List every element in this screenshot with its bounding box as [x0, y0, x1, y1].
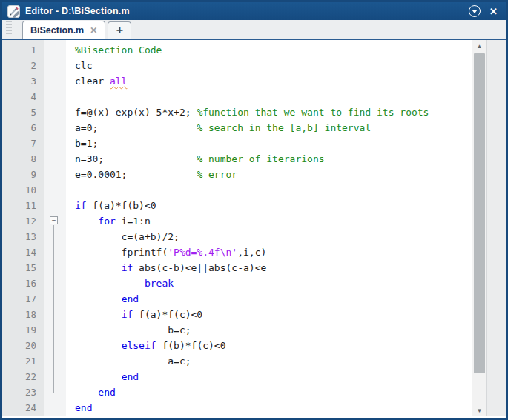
- code-line[interactable]: n=30; % number of iterarions: [75, 151, 472, 167]
- code-line[interactable]: b=c;: [75, 322, 472, 338]
- fold-collapse-button[interactable]: −: [50, 216, 58, 224]
- line-number: 12: [2, 213, 36, 229]
- line-number: 23: [2, 384, 36, 400]
- drag-grip[interactable]: [6, 21, 12, 36]
- editor-window: Editor - D:\BiSection.m ✕ BiSection.m ✕ …: [0, 0, 508, 420]
- line-number: 4: [2, 89, 36, 104]
- fold-gutter: −: [44, 40, 66, 416]
- code-line[interactable]: f=@(x) exp(x)-5*x+2; %function that we w…: [75, 104, 472, 120]
- chevron-down-icon: [472, 10, 478, 13]
- window-title: Editor - D:\BiSection.m: [25, 6, 464, 16]
- code-line[interactable]: if f(a)*f(c)<0: [75, 307, 472, 322]
- line-number: 3: [2, 73, 36, 89]
- line-number: 13: [2, 229, 36, 244]
- line-number: 22: [2, 369, 36, 384]
- plus-icon: +: [116, 24, 123, 36]
- line-number: 1: [2, 42, 36, 58]
- fold-line-corner: [53, 393, 59, 393]
- line-number: 9: [2, 167, 36, 182]
- tab-bisection[interactable]: BiSection.m ✕: [22, 21, 105, 39]
- line-number: 10: [2, 182, 36, 198]
- scroll-down-icon[interactable]: ▼: [472, 404, 486, 416]
- code-line[interactable]: break: [75, 276, 472, 291]
- scrollbar-track[interactable]: [472, 52, 486, 404]
- line-number: 8: [2, 151, 36, 167]
- code-line[interactable]: if f(a)*f(b)<0: [75, 198, 472, 213]
- tab-close-icon[interactable]: ✕: [90, 26, 97, 35]
- line-number: 15: [2, 260, 36, 276]
- code-line[interactable]: end: [75, 291, 472, 307]
- code-line[interactable]: e=0.0001; % error: [75, 167, 472, 182]
- titlebar: Editor - D:\BiSection.m ✕: [2, 2, 506, 20]
- window-menu-button[interactable]: [469, 5, 481, 17]
- code-line[interactable]: fprintf('P%d=%.4f\n',i,c): [75, 244, 472, 260]
- line-number: 17: [2, 291, 36, 307]
- line-number: 11: [2, 198, 36, 213]
- titlebar-actions: ✕: [469, 5, 501, 17]
- code-line[interactable]: for i=1:n: [75, 213, 472, 229]
- line-number: 19: [2, 322, 36, 338]
- line-number: 14: [2, 244, 36, 260]
- window-close-button[interactable]: ✕: [489, 7, 498, 16]
- code-line[interactable]: %Bisection Code: [75, 42, 472, 58]
- tab-bar: BiSection.m ✕ +: [2, 20, 506, 40]
- code-line[interactable]: clc: [75, 58, 472, 73]
- line-number: 16: [2, 276, 36, 291]
- code-line[interactable]: [75, 89, 472, 104]
- line-number: 2: [2, 58, 36, 73]
- code-line[interactable]: if abs(c-b)<e||abs(c-a)<e: [75, 260, 472, 276]
- vertical-scrollbar[interactable]: ▲ ▼: [472, 40, 486, 416]
- code-line[interactable]: a=0; % search in the [a,b] interval: [75, 120, 472, 136]
- line-number: 18: [2, 307, 36, 322]
- code-line[interactable]: end: [75, 369, 472, 384]
- new-tab-button[interactable]: +: [108, 21, 131, 39]
- scroll-up-icon[interactable]: ▲: [472, 40, 486, 52]
- message-indicator-bar: [486, 40, 506, 416]
- line-numbers: 123456789101112131415161718192021222324: [2, 40, 44, 416]
- code-line[interactable]: b=1;: [75, 136, 472, 151]
- scrollbar-thumb[interactable]: [474, 53, 485, 373]
- code-line[interactable]: clear all: [75, 73, 472, 89]
- code-line[interactable]: elseif f(b)*f(c)<0: [75, 338, 472, 353]
- code-line[interactable]: end: [75, 384, 472, 400]
- code-lines[interactable]: %Bisection Codeclcclear allf=@(x) exp(x)…: [66, 40, 472, 416]
- editor-area: 123456789101112131415161718192021222324 …: [2, 40, 506, 416]
- line-number: 7: [2, 136, 36, 151]
- line-number: 6: [2, 120, 36, 136]
- line-number: 5: [2, 104, 36, 120]
- line-number: 24: [2, 400, 36, 416]
- code-line[interactable]: a=c;: [75, 353, 472, 369]
- line-number: 21: [2, 353, 36, 369]
- line-number: 20: [2, 338, 36, 353]
- fold-line: [53, 225, 54, 393]
- code-line[interactable]: c=(a+b)/2;: [75, 229, 472, 244]
- tab-label: BiSection.m: [30, 25, 84, 36]
- code-line[interactable]: end: [75, 400, 472, 416]
- matlab-editor-icon: [7, 5, 20, 18]
- code-line[interactable]: [75, 182, 472, 198]
